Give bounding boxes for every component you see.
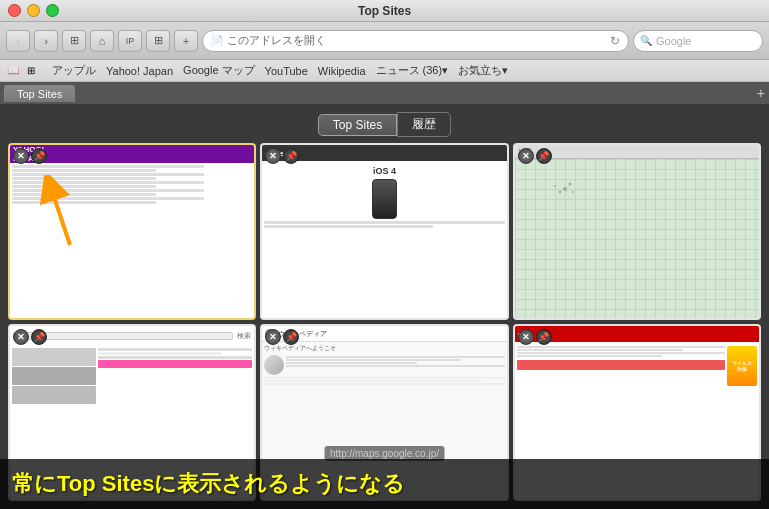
bookmark-news[interactable]: ニュース (36)▾ [376, 63, 449, 78]
browser-content: Top Sites 履歴 ✕ 📌 YAHOO!JAPAN [0, 104, 769, 509]
ip-button[interactable]: IP [118, 30, 142, 52]
window-controls [8, 4, 59, 17]
thumb-close-map[interactable]: ✕ [518, 148, 534, 164]
window-title: Top Sites [358, 4, 411, 18]
add-button[interactable]: + [174, 30, 198, 52]
thumb-controls-apple: ✕ 📌 [265, 148, 299, 164]
japan-shape [545, 174, 585, 204]
tab-topsites[interactable]: Top Sites [4, 85, 75, 102]
thumb-close-search[interactable]: ✕ [13, 329, 29, 345]
back-button[interactable]: ‹ [6, 30, 30, 52]
apple-body: iOS 4 [262, 161, 506, 231]
annotation-text: 常にTop Sitesに表示されるようになる [12, 469, 405, 499]
new-tab-button[interactable]: + [757, 85, 765, 101]
sites-wrapper: Top Sites 履歴 ✕ 📌 YAHOO!JAPAN [0, 104, 769, 509]
thumb-close-apple[interactable]: ✕ [265, 148, 281, 164]
thumb-controls-wiki: ✕ 📌 [265, 329, 299, 345]
thumb-controls-yahoo: ✕ 📌 [13, 148, 47, 164]
bookmark-wikipedia[interactable]: Wikipedia [318, 65, 366, 77]
bookmark-google-maps[interactable]: Google マップ [183, 63, 255, 78]
av-banner: ウイルス対策 [727, 346, 757, 386]
search-placeholder: Google [656, 35, 691, 47]
yahoo-preview: YAHOO!JAPAN [10, 145, 254, 318]
search-icon: 🔍 [640, 35, 652, 46]
minimize-button[interactable] [27, 4, 40, 17]
thumb-pin-map[interactable]: 📌 [536, 148, 552, 164]
search-body [10, 346, 254, 406]
grid-button[interactable]: ⊞ [146, 30, 170, 52]
map-content [515, 159, 759, 318]
maximize-button[interactable] [46, 4, 59, 17]
topsites-toggle: Top Sites 履歴 [0, 104, 769, 143]
svg-point-5 [572, 191, 574, 193]
annotation-overlay: 常にTop Sitesに表示されるようになる [0, 459, 769, 509]
topsites-toggle-btn[interactable]: Top Sites [318, 114, 397, 136]
site-thumb-yahoo[interactable]: ✕ 📌 YAHOO!JAPAN [8, 143, 256, 320]
thumb-close-wiki[interactable]: ✕ [265, 329, 281, 345]
iphone-device [372, 179, 397, 219]
svg-point-4 [558, 191, 561, 194]
bookmark-icons: 📖 ⊞ [6, 64, 38, 78]
svg-point-3 [568, 183, 571, 186]
thumb-pin-wiki[interactable]: 📌 [283, 329, 299, 345]
title-bar: Top Sites [0, 0, 769, 22]
bookmark-youtube[interactable]: YouTube [265, 65, 308, 77]
thumb-controls-search: ✕ 📌 [13, 329, 47, 345]
apple-preview: apple iOS 4 [262, 145, 506, 318]
forward-button[interactable]: › [34, 30, 58, 52]
av-body: ウイルス対策 [515, 342, 759, 388]
wiki-body: ウィキペディアへようこそ [262, 342, 506, 388]
site-thumb-apple[interactable]: ✕ 📌 apple iOS 4 [260, 143, 508, 320]
address-bar[interactable]: 📄 このアドレスを開く ↻ [202, 30, 629, 52]
thumb-pin-apple[interactable]: 📌 [283, 148, 299, 164]
svg-point-6 [554, 185, 556, 187]
toolbar: ‹ › ⊞ ⌂ IP ⊞ + 📄 このアドレスを開く ↻ 🔍 Google [0, 22, 769, 60]
wiki-globe [264, 355, 284, 375]
tab-bar: Top Sites + [0, 82, 769, 104]
reader-icon[interactable]: 📖 [6, 64, 20, 78]
search-bar[interactable]: 🔍 Google [633, 30, 763, 52]
thumb-pin-yahoo[interactable]: 📌 [31, 148, 47, 164]
yahoo-body [10, 163, 254, 206]
thumb-close-yahoo[interactable]: ✕ [13, 148, 29, 164]
thumb-pin-av[interactable]: 📌 [536, 329, 552, 345]
ios4-label: iOS 4 [264, 166, 504, 176]
bookmarks-bar: 📖 ⊞ アップル Yahoo! Japan Google マップ YouTube… [0, 60, 769, 82]
thumb-close-av[interactable]: ✕ [518, 329, 534, 345]
home-button[interactable]: ⌂ [90, 30, 114, 52]
map-preview: 地図 [515, 145, 759, 318]
thumb-controls-av: ✕ 📌 [518, 329, 552, 345]
bookmark-yahoo[interactable]: Yahoo! Japan [106, 65, 173, 77]
site-thumb-map[interactable]: ✕ 📌 地図 [513, 143, 761, 320]
address-icon: 📄 [211, 35, 223, 46]
bookmark-apple[interactable]: アップル [52, 63, 96, 78]
bookmarks-button[interactable]: ⊞ [62, 30, 86, 52]
svg-point-2 [563, 187, 567, 191]
grid-icon[interactable]: ⊞ [24, 64, 38, 78]
history-toggle-btn[interactable]: 履歴 [397, 112, 451, 137]
refresh-button[interactable]: ↻ [610, 34, 620, 48]
close-button[interactable] [8, 4, 21, 17]
thumb-pin-search[interactable]: 📌 [31, 329, 47, 345]
address-text: このアドレスを開く [227, 33, 606, 48]
bookmark-favorites[interactable]: お気立ち▾ [458, 63, 508, 78]
thumb-controls-map: ✕ 📌 [518, 148, 552, 164]
